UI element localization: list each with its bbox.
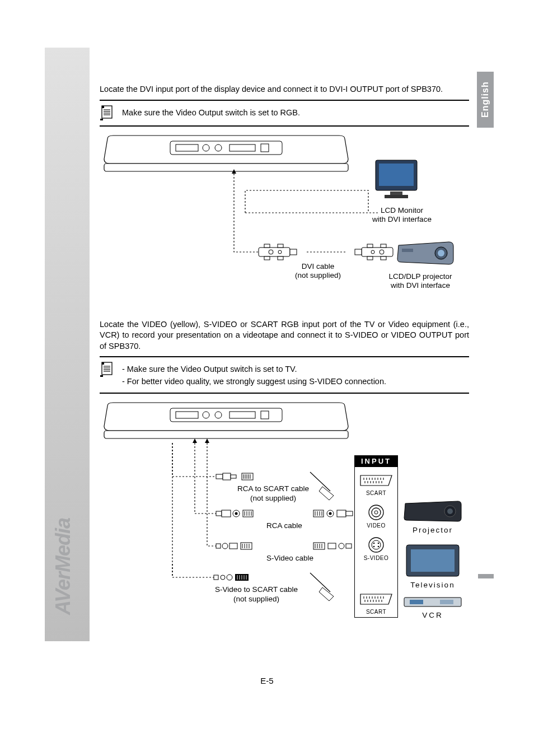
page-number: E-5 bbox=[0, 676, 534, 685]
projector-icon bbox=[402, 498, 463, 524]
svg-rect-121 bbox=[229, 543, 237, 549]
svg-point-74 bbox=[373, 545, 375, 547]
svg-point-23 bbox=[269, 250, 273, 254]
svg-rect-92 bbox=[223, 473, 231, 480]
svg-rect-118 bbox=[346, 511, 353, 516]
svg-point-32 bbox=[371, 250, 374, 254]
svg-rect-27 bbox=[367, 244, 373, 248]
rca-cable-right-icon bbox=[312, 508, 355, 519]
section1-paragraph: Locate the DVI input port of the display… bbox=[100, 84, 469, 95]
svg-rect-150 bbox=[410, 600, 423, 604]
dlp-projector-label: LCD/DLP projector with DVI interface bbox=[373, 272, 468, 291]
figure-dvi-connection: LCD Monitor with DVI interface DVI cable bbox=[100, 134, 469, 302]
svg-point-120 bbox=[222, 543, 228, 549]
projector-label: Projector bbox=[402, 526, 463, 535]
television-icon bbox=[402, 543, 463, 578]
svg-rect-28 bbox=[381, 244, 386, 248]
svg-rect-36 bbox=[402, 249, 413, 252]
svg-point-136 bbox=[221, 575, 225, 580]
svg-point-116 bbox=[329, 512, 332, 515]
television-device: Television bbox=[402, 543, 463, 591]
svg-point-72 bbox=[373, 542, 375, 544]
rca-cable-left-icon bbox=[215, 508, 254, 519]
svg-rect-29 bbox=[367, 256, 373, 260]
svg-rect-16 bbox=[390, 192, 402, 195]
svideo-port-icon bbox=[367, 536, 385, 554]
svg-rect-93 bbox=[231, 475, 236, 478]
svg-rect-91 bbox=[216, 474, 223, 479]
svg-point-146 bbox=[447, 508, 453, 514]
language-tab: English bbox=[477, 72, 494, 128]
dvi-connector-left-icon bbox=[257, 242, 308, 262]
svg-rect-20 bbox=[278, 244, 283, 248]
scart-port-icon bbox=[358, 472, 394, 489]
rca-scart-cable-label: RCA to SCART cable (not supplied) bbox=[228, 484, 318, 503]
svideo-cable-right-icon bbox=[312, 540, 355, 552]
vcr-label: VCR bbox=[402, 611, 463, 620]
svg-rect-31 bbox=[355, 249, 362, 255]
right-margin-mark bbox=[478, 574, 494, 578]
dvi-cable-label: DVI cable (not supplied) bbox=[279, 262, 357, 281]
svideo-label: S-VIDEO bbox=[354, 555, 398, 562]
vcr-icon bbox=[402, 595, 463, 609]
svg-rect-25 bbox=[290, 249, 297, 255]
svg-rect-119 bbox=[216, 544, 221, 548]
svg-rect-101 bbox=[216, 511, 222, 516]
svg-point-133 bbox=[339, 543, 344, 549]
dlp-projector-icon bbox=[395, 237, 457, 269]
svg-point-104 bbox=[235, 512, 238, 515]
svg-rect-15 bbox=[379, 164, 414, 186]
svg-rect-26 bbox=[362, 248, 393, 256]
scart-label-bottom: SCART bbox=[354, 609, 398, 616]
svg-point-73 bbox=[378, 542, 380, 544]
svg-rect-17 bbox=[385, 195, 408, 198]
svg-rect-135 bbox=[214, 575, 218, 580]
figure-av-connection: INPUT SCART VIDEO bbox=[100, 402, 469, 620]
svg-line-144 bbox=[310, 573, 330, 592]
note-icon bbox=[100, 105, 114, 121]
lcd-monitor-label: LCD Monitor with DVI interface bbox=[363, 206, 441, 225]
svg-rect-151 bbox=[440, 600, 453, 604]
brand-logo: AVerMedia bbox=[51, 518, 75, 615]
television-label: Television bbox=[402, 581, 463, 590]
svg-rect-102 bbox=[222, 510, 231, 517]
projector-device: Projector bbox=[402, 498, 463, 535]
section2-paragraph: Locate the VIDEO (yellow), S-VIDEO or SC… bbox=[100, 319, 469, 352]
svg-point-24 bbox=[278, 250, 282, 254]
svg-rect-117 bbox=[337, 510, 346, 517]
svg-point-33 bbox=[380, 250, 384, 254]
video-label: VIDEO bbox=[354, 522, 398, 530]
note2-item-2: For better video quality, we strongly su… bbox=[122, 376, 386, 388]
note-icon bbox=[100, 362, 114, 377]
scart-port-bottom-icon bbox=[358, 591, 394, 608]
note-box-1: Make sure the Video Output switch is set… bbox=[100, 100, 469, 127]
svideo-cable-left-icon bbox=[215, 540, 254, 552]
svg-point-69 bbox=[374, 511, 378, 514]
svg-rect-132 bbox=[328, 543, 336, 549]
scart-label-top: SCART bbox=[354, 490, 398, 497]
svg-point-35 bbox=[438, 250, 444, 256]
svg-rect-134 bbox=[346, 544, 352, 548]
svg-rect-19 bbox=[264, 244, 270, 248]
lcd-monitor-icon bbox=[371, 157, 421, 202]
note2-list: Make sure the Video Output switch is set… bbox=[122, 362, 386, 388]
svg-point-71 bbox=[372, 540, 381, 549]
sv-scart-cable-label: S-Video to SCART cable (not supplied) bbox=[200, 585, 312, 604]
svideo-cable-label: S-Video cable bbox=[251, 554, 329, 563]
rca-cable-label: RCA cable bbox=[251, 521, 318, 531]
svg-rect-18 bbox=[259, 248, 290, 256]
note2-item-1: Make sure the Video Output switch is set… bbox=[122, 363, 386, 376]
sv-scart-left-icon bbox=[213, 572, 261, 583]
rca-plug-left-icon bbox=[215, 471, 254, 482]
svg-point-137 bbox=[227, 575, 232, 580]
svg-rect-30 bbox=[381, 256, 386, 260]
input-header: INPUT bbox=[354, 455, 398, 467]
dvi-connector-right-icon bbox=[346, 242, 396, 262]
page-content: Locate the DVI input port of the display… bbox=[100, 84, 469, 620]
svg-rect-21 bbox=[264, 256, 270, 260]
note1-text: Make sure the Video Output switch is set… bbox=[122, 105, 300, 119]
note-box-2: Make sure the Video Output switch is set… bbox=[100, 356, 469, 394]
svg-rect-22 bbox=[278, 256, 283, 260]
svg-rect-148 bbox=[411, 549, 455, 572]
video-port-icon bbox=[367, 503, 385, 521]
